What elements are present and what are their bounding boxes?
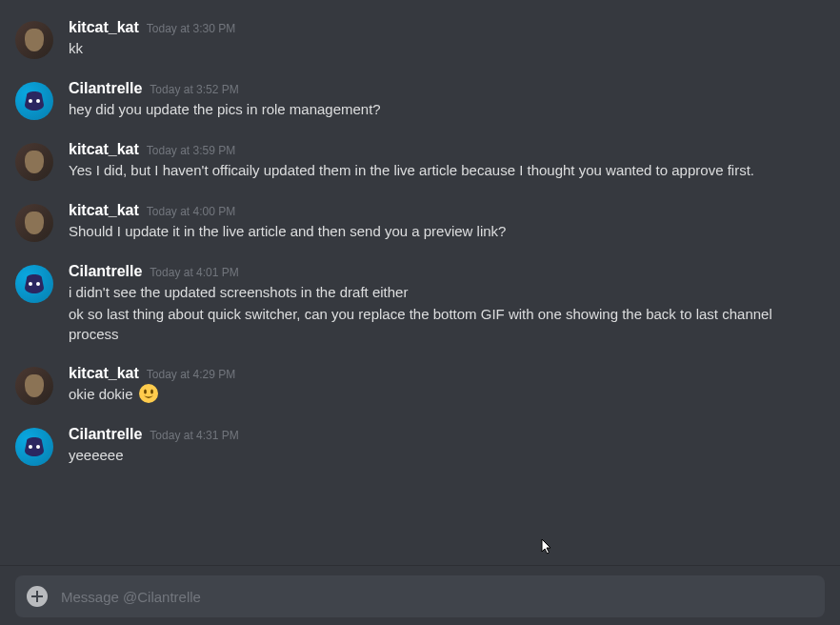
svg-point-0 (29, 99, 32, 103)
username[interactable]: kitcat_kat (69, 202, 139, 219)
message-text: okie dokie (69, 384, 825, 404)
message-text: Should I update it in the live article a… (69, 221, 825, 241)
username[interactable]: kitcat_kat (69, 19, 139, 36)
message-text: hey did you update the pics in role mana… (69, 99, 825, 119)
message-input-box[interactable] (15, 575, 825, 617)
avatar[interactable] (15, 143, 53, 181)
message-group: Cilantrelle Today at 4:01 PM i didn't se… (15, 261, 825, 346)
message-list: kitcat_kat Today at 3:30 PM kk Cilantrel… (0, 0, 840, 572)
avatar[interactable] (15, 21, 53, 59)
username[interactable]: Cilantrelle (69, 263, 142, 280)
timestamp: Today at 4:31 PM (150, 429, 238, 442)
timestamp: Today at 4:01 PM (150, 266, 238, 279)
message-content: Cilantrelle Today at 3:52 PM hey did you… (69, 80, 825, 120)
avatar[interactable] (15, 428, 53, 466)
message-group: kitcat_kat Today at 3:30 PM kk (15, 17, 825, 61)
message-text: i didn't see the updated screenshots in … (69, 282, 825, 302)
message-input[interactable] (61, 589, 813, 605)
svg-point-2 (29, 282, 32, 286)
timestamp: Today at 3:30 PM (147, 22, 235, 35)
svg-point-3 (36, 282, 40, 286)
timestamp: Today at 4:29 PM (147, 368, 235, 381)
svg-point-6 (150, 390, 153, 394)
message-group: kitcat_kat Today at 4:29 PM okie dokie (15, 363, 825, 407)
message-group: kitcat_kat Today at 3:59 PM Yes I did, b… (15, 139, 825, 183)
svg-point-4 (139, 384, 158, 403)
message-group: Cilantrelle Today at 4:31 PM yeeeeee (15, 424, 825, 468)
message-text: kk (69, 38, 825, 58)
avatar[interactable] (15, 82, 53, 120)
message-content: Cilantrelle Today at 4:31 PM yeeeeee (69, 426, 825, 466)
message-text: Yes I did, but I haven't officaily updat… (69, 160, 825, 180)
smile-emoji-icon (139, 384, 158, 403)
message-content: kitcat_kat Today at 4:00 PM Should I upd… (69, 202, 825, 242)
message-content: Cilantrelle Today at 4:01 PM i didn't se… (69, 263, 825, 344)
timestamp: Today at 4:00 PM (147, 205, 235, 218)
avatar[interactable] (15, 367, 53, 405)
input-area (0, 565, 840, 625)
message-text: ok so last thing about quick switcher, c… (69, 304, 825, 344)
timestamp: Today at 3:52 PM (150, 83, 238, 96)
svg-point-7 (29, 445, 32, 449)
message-content: kitcat_kat Today at 4:29 PM okie dokie (69, 365, 825, 405)
timestamp: Today at 3:59 PM (147, 144, 235, 157)
message-text-part: okie dokie (69, 386, 137, 402)
message-content: kitcat_kat Today at 3:59 PM Yes I did, b… (69, 141, 825, 181)
message-group: kitcat_kat Today at 4:00 PM Should I upd… (15, 200, 825, 244)
message-group: Cilantrelle Today at 3:52 PM hey did you… (15, 78, 825, 122)
svg-point-1 (36, 99, 40, 103)
svg-point-5 (144, 390, 147, 394)
message-content: kitcat_kat Today at 3:30 PM kk (69, 19, 825, 59)
avatar[interactable] (15, 204, 53, 242)
svg-point-8 (36, 445, 40, 449)
username[interactable]: kitcat_kat (69, 365, 139, 382)
username[interactable]: Cilantrelle (69, 426, 142, 443)
username[interactable]: Cilantrelle (69, 80, 142, 97)
add-attachment-button[interactable] (27, 586, 48, 607)
avatar[interactable] (15, 265, 53, 303)
message-text: yeeeeee (69, 445, 825, 465)
username[interactable]: kitcat_kat (69, 141, 139, 158)
